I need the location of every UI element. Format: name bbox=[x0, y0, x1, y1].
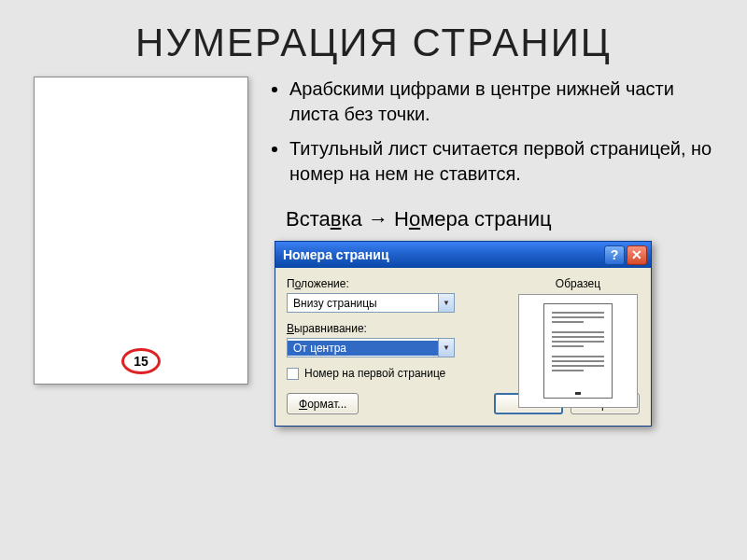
chevron-down-icon[interactable]: ▼ bbox=[438, 339, 454, 357]
first-page-label: Номер на первой странице bbox=[304, 367, 445, 380]
chevron-down-icon[interactable]: ▼ bbox=[438, 294, 454, 312]
sample-page bbox=[543, 303, 613, 399]
bullet-item: Титульный лист считается первой странице… bbox=[289, 136, 713, 187]
close-button[interactable]: ✕ bbox=[627, 245, 647, 265]
help-button[interactable]: ? bbox=[604, 245, 625, 265]
bullet-item: Арабскими цифрами в центре нижней части … bbox=[289, 77, 713, 127]
first-page-checkbox[interactable] bbox=[287, 368, 299, 380]
alignment-value: От центра bbox=[288, 341, 438, 356]
dialog-titlebar[interactable]: Номера страниц ? ✕ bbox=[275, 242, 651, 268]
menu-path: Вставка → Номера страниц bbox=[286, 207, 713, 231]
dialog-title: Номера страниц bbox=[283, 247, 602, 262]
page-number-highlight: 15 bbox=[121, 348, 161, 374]
format-button[interactable]: Формат... bbox=[287, 393, 359, 414]
page-number: 15 bbox=[134, 354, 148, 369]
position-value: Внизу страницы bbox=[288, 297, 438, 310]
alignment-combo[interactable]: От центра ▼ bbox=[287, 338, 455, 357]
page-preview: 15 bbox=[34, 77, 248, 385]
sample-page-number-icon bbox=[575, 392, 581, 395]
slide-title: НУМЕРАЦИЯ СТРАНИЦ bbox=[0, 21, 747, 65]
bullet-list: Арабскими цифрами в центре нижней части … bbox=[269, 77, 713, 187]
page-numbers-dialog: Номера страниц ? ✕ Положение: Внизу стра… bbox=[275, 241, 652, 427]
sample-box bbox=[518, 294, 638, 408]
position-combo[interactable]: Внизу страницы ▼ bbox=[287, 293, 455, 313]
sample-label: Образец bbox=[518, 277, 638, 290]
